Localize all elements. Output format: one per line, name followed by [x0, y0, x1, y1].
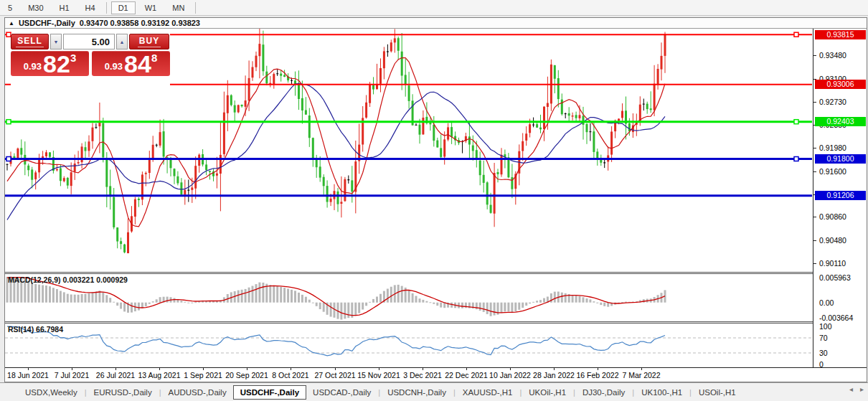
date-tick-mark	[247, 368, 247, 370]
tab-usdcad-daily[interactable]: USDCAD-,Daily	[306, 386, 377, 399]
date-tick-mark	[510, 368, 511, 370]
date-label: 16 Feb 2022	[577, 371, 619, 379]
price-level-badge: 0.93815	[815, 30, 866, 39]
timeframe-toolbar: 5M30H1H4D1W1MN	[0, 0, 868, 16]
price-level-badge: 0.92403	[815, 117, 866, 126]
chevron-up-icon: ▲	[120, 39, 125, 44]
toolbar-separator	[195, 2, 196, 14]
price-tick-mark	[813, 55, 816, 56]
date-label: 10 Jan 2022	[489, 371, 531, 379]
price-tick-label: 0.90860	[819, 212, 846, 221]
rsi-label: RSI(14) 66.7984	[8, 325, 63, 334]
rsi-tick-label: 30	[819, 349, 828, 357]
date-label: 28 Jan 2022	[533, 371, 575, 379]
tab-scroll-nav: ◂ ▸	[849, 385, 864, 393]
timeframe-button-h1[interactable]: H1	[53, 2, 76, 14]
buy-button[interactable]: BUY	[129, 34, 169, 49]
tab-xauusd-h1[interactable]: XAUUSD-,H1	[456, 386, 519, 399]
rsi-tick-label: 100	[819, 322, 832, 331]
date-label: 27 Oct 2021	[314, 371, 355, 379]
sell-button[interactable]: SELL	[11, 34, 49, 49]
macd-pane[interactable]: MACD(12,26,9) 0.003221 0.000929	[5, 274, 812, 321]
one-click-trading-widget: SELL ▼ ▲ BUY 0.93 82 3 0.93 84 8	[11, 34, 170, 103]
rsi-pane[interactable]: RSI(14) 66.7984	[5, 324, 812, 367]
price-tick-label: 0.91600	[819, 167, 846, 176]
date-tick-mark	[335, 368, 336, 370]
time-axis: 18 Jun 20217 Jul 202126 Jul 202113 Aug 2…	[5, 367, 867, 382]
buy-price-prefix: 0.93	[105, 61, 123, 72]
date-label: 3 Dec 2021	[403, 371, 442, 379]
collapse-arrow-icon: ▲	[9, 20, 14, 27]
rsi-tick-label: 70	[819, 334, 828, 342]
date-tick-mark	[598, 368, 598, 370]
timeframe-button-mn[interactable]: MN	[166, 2, 191, 14]
timeframe-button-h4[interactable]: H4	[79, 2, 102, 14]
tab-eurusd-daily[interactable]: EURUSD-,Daily	[88, 386, 159, 399]
date-tick-mark	[203, 368, 204, 370]
date-label: 15 Nov 2021	[357, 371, 400, 379]
timeframe-button-w1[interactable]: W1	[138, 2, 164, 14]
price-tick-label: 0.92730	[819, 98, 846, 106]
volume-decrease-button[interactable]: ▼	[50, 34, 62, 49]
chevron-down-icon: ▼	[54, 39, 59, 44]
rsi-plot	[5, 324, 812, 367]
chart-symbol-title: USDCHF-,Daily	[19, 19, 75, 27]
date-tick-mark	[423, 368, 423, 370]
macd-label: MACD(12,26,9) 0.003221 0.000929	[8, 275, 128, 284]
date-label: 1 Sep 2021	[184, 371, 222, 379]
buy-price-pip: 8	[151, 52, 157, 64]
price-tick-mark	[813, 102, 816, 103]
date-label: 13 Aug 2021	[138, 371, 181, 379]
price-level-badge: 0.91206	[815, 191, 866, 200]
date-label: 18 Jun 2021	[7, 371, 49, 379]
date-tick-mark	[115, 368, 116, 370]
date-label: 7 Mar 2022	[622, 371, 660, 379]
date-tick-mark	[379, 368, 379, 370]
date-tick-mark	[466, 368, 467, 370]
date-tick-mark	[28, 368, 29, 370]
tab-scroll-left-icon[interactable]: ◂	[849, 385, 853, 393]
volume-input[interactable]	[63, 34, 115, 49]
date-tick-mark	[159, 368, 160, 370]
sell-price-panel[interactable]: 0.93 82 3	[11, 51, 89, 76]
toolbar-separator	[106, 2, 107, 14]
buy-price-panel[interactable]: 0.93 84 8	[92, 51, 170, 76]
date-tick-mark	[641, 368, 642, 370]
price-tick-label: 0.90110	[819, 259, 846, 268]
date-label: 22 Dec 2021	[445, 371, 488, 379]
price-tick-mark	[813, 171, 816, 172]
sell-price-prefix: 0.93	[24, 61, 42, 72]
date-tick-mark	[554, 368, 555, 370]
date-label: 26 Jul 2021	[96, 371, 135, 379]
macd-tick-label: 0.005963	[819, 273, 851, 282]
buy-price-main: 84	[124, 53, 151, 75]
tab-usdcnh-daily[interactable]: USDCNH-,Daily	[381, 386, 453, 399]
date-label: 8 Oct 2021	[272, 371, 308, 379]
price-tick-mark	[813, 240, 816, 241]
date-label: 7 Jul 2021	[55, 371, 89, 379]
chart-window: ▲ USDCHF-,Daily 0.93470 0.93858 0.93192 …	[4, 17, 867, 382]
price-level-badge: 0.93006	[815, 80, 866, 89]
timeframe-button-d1[interactable]: D1	[111, 1, 136, 14]
price-level-badge: 0.91800	[815, 154, 866, 164]
tab-audusd-daily[interactable]: AUDUSD-,Daily	[162, 386, 233, 399]
volume-increase-button[interactable]: ▲	[116, 34, 128, 49]
chart-title-bar[interactable]: ▲ USDCHF-,Daily 0.93470 0.93858 0.93192 …	[5, 18, 867, 29]
chart-ohlc-values: 0.93470 0.93858 0.93192 0.93823	[80, 19, 200, 27]
tab-scroll-right-icon[interactable]: ▸	[860, 385, 864, 393]
tab-usdchf-daily[interactable]: USDCHF-,Daily	[233, 385, 306, 400]
tab-uk100-h1[interactable]: UK100-,H1	[635, 386, 689, 399]
price-tick-mark	[813, 148, 816, 148]
price-tick-label: 0.91980	[819, 143, 846, 152]
tab-usoil-h1[interactable]: USOil-,H1	[692, 386, 742, 399]
tab-usdx-weekly[interactable]: USDX,Weekly	[19, 386, 84, 399]
sell-price-pip: 3	[70, 52, 76, 64]
tab-dj30-daily[interactable]: DJ30-,Daily	[576, 386, 631, 399]
price-chart[interactable]: SELL ▼ ▲ BUY 0.93 82 3 0.93 84 8	[5, 29, 812, 272]
timeframe-button-5[interactable]: 5	[1, 2, 19, 14]
price-tick-label: 0.93480	[819, 51, 846, 60]
date-tick-mark	[291, 368, 291, 370]
timeframe-button-m30[interactable]: M30	[22, 2, 49, 14]
tab-ukoil-h1[interactable]: UKOil-,H1	[522, 386, 572, 399]
date-label: 20 Sep 2021	[225, 371, 268, 379]
